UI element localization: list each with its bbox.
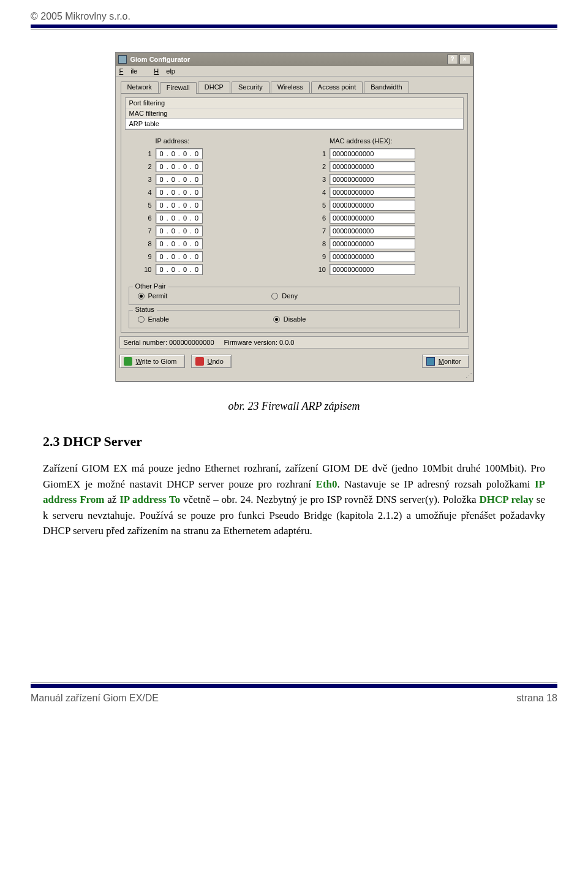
ip-row-10: 100.0.0.0 — [138, 264, 276, 275]
ip-input-5[interactable]: 0.0.0.0 — [156, 200, 203, 211]
ip-input-2[interactable]: 0.0.0.0 — [156, 161, 203, 172]
row-number: 1 — [138, 150, 152, 157]
tab-access-point[interactable]: Access point — [311, 81, 363, 93]
status-legend: Status — [133, 306, 157, 313]
write-button[interactable]: Write to Giom — [119, 355, 185, 368]
firewall-panel: Port filtering MAC filtering ARP table I… — [121, 93, 468, 333]
window-titlebar[interactable]: Giom Configurator ? × — [116, 53, 473, 66]
mac-input-8[interactable]: 00000000000 — [330, 238, 415, 249]
mac-input-10[interactable]: 00000000000 — [330, 264, 415, 275]
monitor-icon — [426, 357, 435, 366]
mac-input-2[interactable]: 00000000000 — [330, 161, 415, 172]
row-number: 4 — [312, 189, 326, 196]
firewall-subtabs: Port filtering MAC filtering ARP table — [125, 97, 464, 130]
firmware-label: Firmware version: 0.0.0 — [224, 339, 295, 346]
mac-input-3[interactable]: 00000000000 — [330, 174, 415, 185]
radio-deny[interactable]: Deny — [271, 292, 298, 300]
status-bar: Serial number: 000000000000 Firmware ver… — [119, 336, 469, 349]
close-button[interactable]: × — [459, 55, 470, 64]
ip-row-2: 20.0.0.0 — [138, 161, 276, 172]
footer-rule-thin — [31, 682, 557, 683]
ip-row-7: 70.0.0.0 — [138, 225, 276, 236]
check-icon — [124, 357, 132, 366]
radio-disable-label: Disable — [284, 315, 306, 323]
radio-disable[interactable]: Disable — [273, 315, 306, 323]
mac-row-10: 1000000000000 — [312, 264, 450, 275]
ip-input-4[interactable]: 0.0.0.0 — [156, 187, 203, 198]
tab-bandwidth[interactable]: Bandwidth — [364, 81, 409, 93]
radio-permit-label: Permit — [148, 292, 168, 300]
row-number: 7 — [138, 227, 152, 235]
mac-row-5: 500000000000 — [312, 200, 450, 211]
ip-row-1: 10.0.0.0 — [138, 148, 276, 159]
mac-input-9[interactable]: 00000000000 — [330, 251, 415, 262]
tab-wireless[interactable]: Wireless — [271, 81, 310, 93]
row-number: 2 — [138, 163, 152, 170]
mac-input-5[interactable]: 00000000000 — [330, 200, 415, 211]
monitor-label: Monitor — [439, 358, 461, 365]
subtab-mac-filtering[interactable]: MAC filtering — [126, 108, 463, 119]
ip-input-8[interactable]: 0.0.0.0 — [156, 238, 203, 249]
tab-dhcp[interactable]: DHCP — [198, 81, 230, 93]
ip-row-9: 90.0.0.0 — [138, 251, 276, 262]
monitor-button[interactable]: Monitor — [422, 355, 469, 368]
serial-label: Serial number: 000000000000 — [124, 339, 214, 346]
tab-firewall[interactable]: Firewall — [160, 82, 197, 94]
ip-row-4: 40.0.0.0 — [138, 187, 276, 198]
footer-rule-thick — [31, 684, 557, 688]
row-number: 1 — [312, 150, 326, 157]
row-number: 2 — [312, 163, 326, 170]
tab-security[interactable]: Security — [232, 81, 270, 93]
mac-input-1[interactable]: 00000000000 — [330, 148, 415, 159]
resize-grip[interactable]: ⋰ — [116, 372, 473, 381]
help-button[interactable]: ? — [447, 55, 458, 64]
action-buttons: Write to Giom Undo Monitor — [116, 351, 473, 372]
ip-input-7[interactable]: 0.0.0.0 — [156, 225, 203, 236]
row-number: 4 — [138, 189, 152, 196]
ip-input-3[interactable]: 0.0.0.0 — [156, 174, 203, 185]
radio-enable-icon — [138, 316, 145, 323]
mac-row-2: 200000000000 — [312, 161, 450, 172]
row-number: 6 — [138, 214, 152, 222]
mac-row-4: 400000000000 — [312, 187, 450, 198]
row-number: 7 — [312, 227, 326, 235]
row-number: 9 — [138, 253, 152, 260]
ip-input-1[interactable]: 0.0.0.0 — [156, 148, 203, 159]
radio-disable-icon — [273, 316, 280, 323]
undo-button[interactable]: Undo — [191, 355, 232, 368]
ip-row-8: 80.0.0.0 — [138, 238, 276, 249]
figure-caption: obr. 23 Firewall ARP zápisem — [43, 400, 545, 413]
main-tabs: Network Firewall DHCP Security Wireless … — [116, 77, 473, 93]
body-paragraph: Zařízení GIOM EX má pouze jedno Ethernet… — [43, 461, 545, 539]
row-number: 3 — [312, 176, 326, 183]
header-rule-thick — [31, 24, 557, 28]
header-rule-thin — [31, 29, 557, 30]
subtab-port-filtering[interactable]: Port filtering — [126, 98, 463, 108]
radio-enable-label: Enable — [148, 315, 169, 323]
footer-right: strana 18 — [516, 693, 557, 704]
row-number: 6 — [312, 214, 326, 222]
mac-input-6[interactable]: 00000000000 — [330, 213, 415, 224]
mac-input-4[interactable]: 00000000000 — [330, 187, 415, 198]
subtab-arp-table[interactable]: ARP table — [126, 119, 463, 129]
row-number: 5 — [312, 202, 326, 209]
ip-column-header: IP address: — [138, 137, 276, 145]
radio-permit[interactable]: Permit — [138, 292, 168, 300]
tab-network[interactable]: Network — [121, 81, 159, 93]
mac-row-8: 800000000000 — [312, 238, 450, 249]
eth0-term: Eth0 — [316, 478, 337, 490]
mac-input-7[interactable]: 00000000000 — [330, 225, 415, 236]
radio-enable[interactable]: Enable — [138, 315, 169, 323]
other-pair-group: Other Pair Permit Deny — [129, 287, 460, 305]
ip-input-9[interactable]: 0.0.0.0 — [156, 251, 203, 262]
radio-deny-label: Deny — [282, 292, 298, 300]
menu-file[interactable]: File — [119, 67, 145, 75]
ip-row-6: 60.0.0.0 — [138, 213, 276, 224]
ip-input-10[interactable]: 0.0.0.0 — [156, 264, 203, 275]
ip-row-3: 30.0.0.0 — [138, 174, 276, 185]
ip-input-6[interactable]: 0.0.0.0 — [156, 213, 203, 224]
row-number: 8 — [138, 240, 152, 247]
undo-icon — [195, 357, 204, 366]
menu-help[interactable]: Help — [154, 67, 175, 75]
app-icon — [118, 55, 127, 64]
